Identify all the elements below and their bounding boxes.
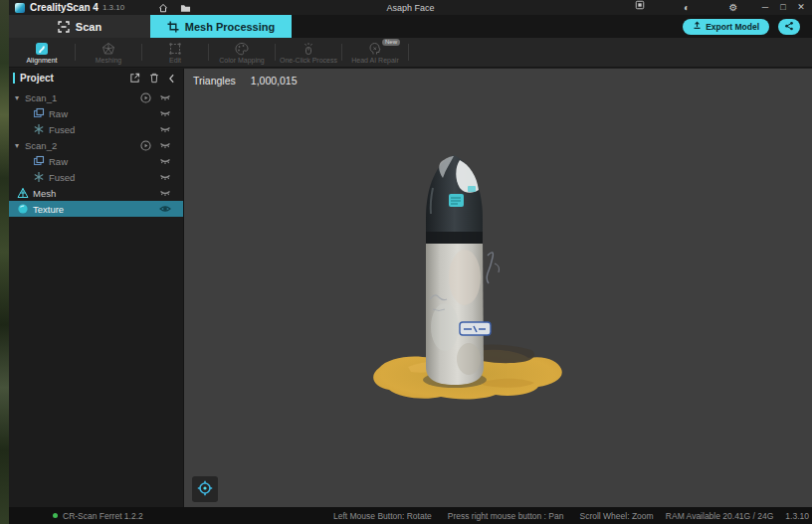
processing-toolbar: Alignment Meshing Edit Color Mapping	[9, 38, 812, 68]
play-icon[interactable]	[140, 92, 151, 103]
ram-available: RAM Available 20.41G / 24G	[666, 511, 774, 521]
raw-data-icon	[33, 107, 45, 119]
fused-data-icon	[33, 123, 45, 135]
toolbar-label: Edit	[169, 57, 181, 64]
tab-label: Scan	[76, 21, 102, 33]
title-bar: CrealityScan 4 1.3.10 Asaph Face ◐ ⚙ ─ □…	[9, 0, 812, 15]
device-name: CR-Scan Ferret 1.2.2	[63, 511, 143, 521]
caret-down-icon[interactable]: ▾	[15, 93, 25, 102]
one-click-process-icon	[302, 41, 315, 56]
edit-icon	[168, 41, 182, 56]
settings-gear-icon[interactable]: ⚙	[724, 0, 742, 15]
project-sidebar: Project ▾ Scan_1	[9, 69, 184, 507]
tab-label: Mesh Processing	[185, 21, 275, 33]
tree-item-label: Raw	[49, 156, 68, 167]
close-button[interactable]: ✕	[792, 0, 810, 15]
theme-toggle-icon[interactable]: ◐	[678, 0, 696, 15]
export-model-button[interactable]: Export Model	[683, 19, 769, 35]
app-logo-icon	[15, 3, 25, 13]
tree-item-mesh[interactable]: Mesh	[9, 185, 183, 201]
collapse-panel-icon[interactable]	[168, 74, 175, 84]
reset-view-button[interactable]	[192, 476, 218, 502]
project-header: Project	[9, 69, 183, 87]
tab-mesh-processing[interactable]: Mesh Processing	[150, 15, 292, 38]
eye-closed-icon[interactable]	[159, 123, 171, 135]
desktop-background	[0, 0, 9, 524]
tree-item-label: Scan_1	[25, 92, 57, 103]
maximize-button[interactable]: □	[774, 0, 792, 15]
home-icon[interactable]	[158, 3, 168, 13]
tree-item-label: Scan_2	[25, 140, 57, 151]
eye-closed-icon[interactable]	[159, 187, 171, 199]
toolbar-label: One-Click Process	[280, 57, 337, 64]
mesh-icon	[17, 187, 29, 199]
toolbar-meshing[interactable]: Meshing	[76, 38, 141, 67]
toolbar-label: Meshing	[96, 57, 121, 64]
scanned-bottle-model	[184, 69, 812, 507]
export-icon	[693, 21, 702, 32]
toolbar-label: Color Mapping	[219, 57, 265, 64]
eye-closed-icon[interactable]	[159, 171, 171, 183]
scan-frame-icon	[58, 21, 70, 33]
app-window: CrealityScan 4 1.3.10 Asaph Face ◐ ⚙ ─ □…	[9, 0, 812, 524]
project-title: Project	[20, 73, 54, 84]
fused-data-icon	[33, 171, 45, 183]
status-bar: CR-Scan Ferret 1.2.2 Left Mouse Button: …	[9, 507, 812, 524]
accent-bar	[13, 73, 15, 84]
alignment-icon	[35, 41, 49, 56]
statusbar-version: 1.3.10	[785, 511, 809, 521]
app-name: CrealityScan 4	[30, 2, 99, 13]
head-ai-repair-icon	[368, 41, 382, 56]
eye-open-icon[interactable]	[159, 203, 171, 215]
toolbar-head-ai-repair[interactable]: New Head AI Repair	[342, 38, 408, 67]
mode-tab-bar: Scan Mesh Processing Export Model	[9, 15, 812, 38]
share-button[interactable]	[778, 19, 800, 35]
texture-icon	[17, 203, 29, 215]
eye-closed-icon[interactable]	[159, 155, 171, 167]
center-target-icon	[197, 480, 213, 499]
play-icon[interactable]	[140, 140, 151, 151]
delete-project-icon[interactable]	[149, 73, 159, 84]
viewport-3d[interactable]: Triangles 1,000,015	[184, 69, 812, 507]
folder-icon[interactable]	[180, 3, 191, 13]
tree-item-label: Texture	[33, 204, 64, 215]
tree-item-label: Raw	[49, 108, 68, 119]
tab-scan[interactable]: Scan	[9, 15, 150, 38]
project-tree: ▾ Scan_1 Raw Fused	[9, 89, 183, 217]
toolbar-one-click-process[interactable]: One-Click Process	[276, 38, 341, 67]
hint-rotate: Left Mouse Button: Rotate	[333, 511, 432, 521]
device-status-dot	[53, 513, 58, 518]
tree-item-label: Mesh	[33, 188, 56, 199]
minimize-button[interactable]: ─	[756, 0, 774, 15]
tree-item-fused-1[interactable]: Fused	[9, 121, 183, 137]
toolbar-edit[interactable]: Edit	[142, 38, 208, 67]
raw-data-icon	[33, 155, 45, 167]
new-badge: New	[382, 39, 400, 46]
tree-item-raw-1[interactable]: Raw	[9, 105, 183, 121]
tree-item-label: Fused	[49, 124, 75, 135]
eye-closed-icon[interactable]	[159, 91, 171, 103]
eye-closed-icon[interactable]	[159, 139, 171, 151]
eye-closed-icon[interactable]	[159, 107, 171, 119]
crop-frame-icon	[167, 21, 179, 33]
tree-item-texture[interactable]: Texture	[9, 201, 183, 217]
hint-zoom: Scroll Wheel: Zoom	[579, 511, 653, 521]
toolbar-divider	[408, 44, 409, 61]
tree-item-raw-2[interactable]: Raw	[9, 153, 183, 169]
meshing-icon	[102, 41, 115, 56]
export-project-icon[interactable]	[129, 73, 140, 84]
toolbar-label: Head AI Repair	[351, 57, 398, 64]
tree-item-label: Fused	[49, 172, 75, 183]
feedback-icon[interactable]	[631, 0, 649, 15]
app-version: 1.3.10	[102, 3, 124, 12]
toolbar-color-mapping[interactable]: Color Mapping	[209, 38, 275, 67]
share-icon	[784, 19, 794, 34]
tree-item-fused-2[interactable]: Fused	[9, 169, 183, 185]
tree-item-scan-1[interactable]: ▾ Scan_1	[9, 89, 183, 105]
toolbar-alignment[interactable]: Alignment	[9, 38, 75, 67]
color-mapping-icon	[235, 41, 249, 56]
toolbar-label: Alignment	[26, 57, 57, 64]
tree-item-scan-2[interactable]: ▾ Scan_2	[9, 137, 183, 153]
hint-pan: Press right mouse button : Pan	[448, 511, 564, 521]
caret-down-icon[interactable]: ▾	[15, 141, 25, 150]
